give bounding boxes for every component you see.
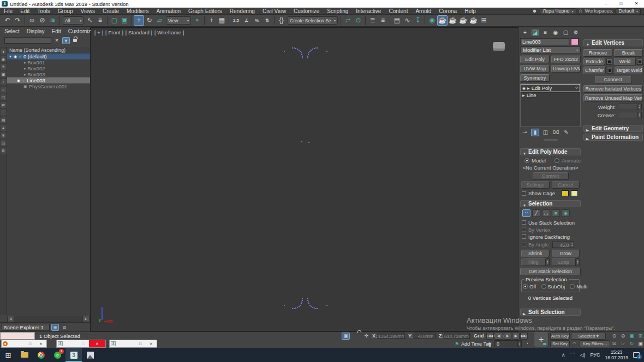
tree-row-box003[interactable]: ●Box003 (7, 71, 90, 77)
render-in-cloud-icon[interactable]: ☕ (468, 15, 479, 26)
display-shapes-icon[interactable]: ◉ (1, 56, 7, 62)
configure-modifier-sets-icon[interactable]: ✎ (562, 129, 570, 136)
hierarchy-mode-icon[interactable]: ⧈ (61, 324, 68, 331)
tray-expand-icon[interactable]: ∧ (562, 352, 565, 358)
notification-bell-icon[interactable]: ⍾ (579, 8, 582, 14)
select-by-name-icon[interactable]: ≡ (95, 15, 105, 26)
grow-button[interactable]: Grow (552, 250, 580, 257)
loop-spinner[interactable]: ▲▼ (576, 258, 580, 266)
expand-triangle-icon[interactable]: ▶ (522, 93, 525, 97)
pan-view-icon[interactable]: ☞ (619, 340, 627, 347)
element-subobject-icon[interactable]: ◆ (562, 209, 570, 217)
menu-arnold[interactable]: Arnold (412, 8, 435, 15)
open-autodesk-360-icon[interactable]: ⊞ (479, 15, 489, 26)
remove-modifier-icon[interactable]: ⌧ (552, 129, 560, 136)
tab-modify[interactable]: ◪ (532, 29, 539, 36)
viewport-menu-general[interactable]: [ + ] (94, 29, 103, 35)
max-dialog-window[interactable]: 3□✕ (109, 340, 157, 348)
preview-off-radio[interactable] (523, 284, 528, 289)
viewport-menu-shading[interactable]: [ Wireframe ] (154, 29, 184, 35)
tab-hierarchy[interactable]: ≡ (541, 29, 549, 36)
use-stack-selection-checkbox[interactable] (522, 220, 526, 225)
chamfer-button[interactable]: Chamfer (583, 67, 606, 74)
weld-button[interactable]: Weld (614, 58, 636, 65)
absolute-mode-transform-icon[interactable]: ✛ (362, 333, 371, 340)
previous-frame-button[interactable]: ◀| (494, 333, 503, 340)
menu-group[interactable]: Group (54, 8, 77, 15)
display-groups-icon[interactable]: ▢ (1, 94, 7, 100)
window-crossing-icon[interactable]: ▣ (120, 15, 130, 26)
rollout-header-soft-selection[interactable]: ▶Soft Selection (520, 309, 581, 316)
object-color-swatch[interactable] (571, 38, 579, 45)
target-weld-button[interactable]: Target Weld (615, 67, 644, 74)
tree-row-box001[interactable]: ●Box001 (7, 59, 90, 65)
remove-isolated-vertices-button[interactable]: Remove Isolated Vertices (583, 85, 643, 93)
toggle-scene-explorer-icon[interactable]: ≣ (367, 15, 378, 26)
edit-poly-button[interactable]: Edit Poly (520, 56, 550, 63)
menu-file[interactable]: File (0, 8, 16, 15)
object-name-field[interactable] (520, 38, 569, 45)
network-icon[interactable]: ⌒ (570, 352, 575, 359)
material-editor-icon[interactable]: ◉ (427, 15, 437, 26)
menu-views[interactable]: Views (77, 8, 99, 15)
select-and-link-icon[interactable]: ∞ (27, 15, 37, 26)
cage-selected-color-swatch[interactable] (571, 190, 578, 196)
zoom-region-icon[interactable]: ⊡ (610, 340, 618, 347)
set-key-button[interactable]: Set Key (550, 340, 570, 347)
tree-column-header[interactable]: Name (Sorted Ascending) (7, 47, 90, 53)
language-indicator[interactable]: РУС (590, 352, 600, 358)
stack-row-edit-poly[interactable]: ◉▶Edit Poly⁘ (521, 85, 580, 92)
shrink-button[interactable]: Shrink (521, 250, 550, 257)
next-frame-button[interactable]: |▶ (512, 333, 520, 340)
horizontal-scrollbar[interactable] (14, 316, 82, 322)
key-filters-button[interactable]: Key Filters... (580, 340, 610, 347)
toggle-layer-explorer-icon[interactable]: ≡ (378, 15, 388, 26)
volume-icon[interactable]: ◁) (580, 352, 586, 358)
selection-lock-toggle-icon[interactable] (353, 333, 361, 340)
remove-button[interactable]: Remove (583, 49, 612, 57)
ring-spinner[interactable]: ▲▼ (546, 258, 550, 266)
preview-multi-radio[interactable] (570, 284, 575, 289)
isolate-selection-toggle-icon[interactable]: ▣ (342, 333, 350, 340)
go-to-end-button[interactable]: ▶▶| (520, 333, 528, 340)
menu-modifiers[interactable]: Modifiers (123, 8, 153, 15)
keyboard-shortcut-override-icon[interactable]: ▦ (217, 15, 227, 26)
cancel-button[interactable]: Cancel (552, 181, 580, 189)
align-icon[interactable]: ⊜ (353, 15, 363, 26)
by-angle-checkbox[interactable] (522, 243, 526, 247)
scroll-right-arrow[interactable]: ▸ (82, 316, 90, 322)
max-dialog-window[interactable]: 3□✕ (56, 340, 106, 348)
show-cage-checkbox[interactable] (522, 191, 526, 196)
eye-icon[interactable]: ◉ (14, 55, 17, 59)
ignore-backfacing-checkbox[interactable] (522, 234, 526, 239)
expand-triangle-icon[interactable]: ▼ (9, 55, 12, 58)
z-coord-field[interactable]: 614,728mm (444, 333, 470, 339)
curve-editor-icon[interactable]: ∿ (402, 15, 413, 26)
border-subobject-icon[interactable]: ◡ (542, 209, 550, 217)
pin-stack-icon[interactable]: ⊸ (521, 129, 529, 136)
explorer-name-field[interactable]: Scene Explorer 1 (2, 324, 50, 331)
display-materials-icon[interactable]: ▲ (1, 125, 7, 131)
display-hidden-icon[interactable]: ◎ (1, 140, 7, 146)
display-lights-icon[interactable]: ☀ (1, 64, 7, 70)
uvw-map-button[interactable]: UVW Map (520, 65, 550, 73)
3ds-max-taskbar-icon[interactable]: 3 (65, 348, 82, 362)
undo-icon[interactable]: ↶ (2, 15, 13, 26)
commit-button[interactable]: Commit (533, 172, 569, 180)
current-frame-spinner[interactable]: 0▲▼ (494, 340, 522, 347)
stack-row-line[interactable]: ▶Line (521, 92, 580, 99)
menu-edit[interactable]: Edit (16, 8, 33, 15)
key-selection-dropdown[interactable]: Selected ▾ (571, 333, 606, 340)
clock[interactable]: 15:23 16.07.2019 (605, 349, 628, 360)
tree-row-box002[interactable]: ●Box002 (7, 65, 90, 71)
menu-interactive[interactable]: Interactive (352, 8, 385, 15)
select-and-rotate-icon[interactable]: ↻ (144, 15, 154, 26)
by-vertex-checkbox[interactable] (522, 227, 526, 232)
display-containers-icon[interactable]: ▤ (1, 117, 7, 123)
render-production-icon[interactable]: ☕ (458, 15, 468, 26)
lock-explorer-icon[interactable] (73, 39, 77, 42)
restore-button[interactable]: □ (613, 0, 629, 8)
scroll-left-arrow[interactable]: ◂ (7, 316, 14, 322)
action-center-icon[interactable]: 2 (633, 352, 640, 358)
explorer-menu-edit[interactable]: Edit (52, 28, 65, 35)
